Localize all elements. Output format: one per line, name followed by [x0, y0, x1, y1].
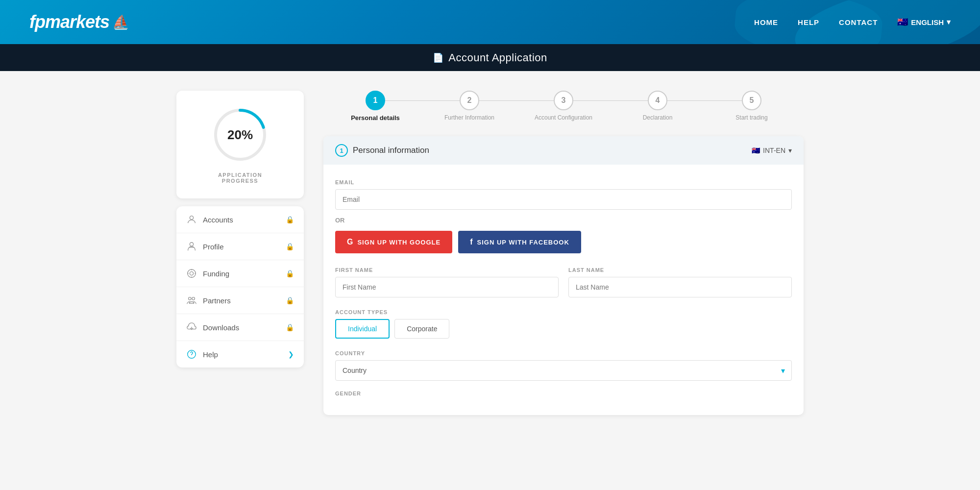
- progress-card: 20% APPLICATIONPROGRESS: [176, 91, 304, 198]
- step-label-1: Personal details: [351, 114, 400, 122]
- nav-home[interactable]: HOME: [754, 18, 778, 26]
- help-label: Help: [203, 350, 282, 359]
- accounts-icon: [186, 214, 197, 225]
- email-field-group: EMAIL: [335, 179, 792, 210]
- logo-icon: ⛵: [112, 14, 129, 30]
- step-2: 2 Further Information: [422, 91, 516, 121]
- form-header-title: Personal information: [353, 146, 429, 155]
- progress-percent: 20%: [227, 127, 253, 143]
- step-label-5: Start trading: [735, 114, 767, 121]
- facebook-icon: f: [470, 238, 473, 246]
- account-type-individual[interactable]: Individual: [335, 319, 390, 339]
- step-circle-3: 3: [554, 91, 573, 110]
- google-icon: G: [347, 238, 353, 246]
- lock-icon: 🔒: [286, 270, 294, 277]
- progress-circle: 20%: [211, 105, 270, 164]
- step-5: 5 Start trading: [705, 91, 799, 121]
- svg-point-6: [190, 271, 193, 275]
- last-name-field-group: LAST NAME: [568, 267, 792, 297]
- page-title: Account Application: [448, 51, 547, 64]
- signup-facebook-button[interactable]: f SIGN UP WITH FACEBOOK: [458, 231, 581, 253]
- step-circle-2: 2: [460, 91, 479, 110]
- sub-header: 📄 Account Application: [0, 44, 980, 71]
- step-4: 4 Declaration: [611, 91, 705, 121]
- social-buttons: G SIGN UP WITH GOOGLE f SIGN UP WITH FAC…: [335, 231, 792, 253]
- sidebar: 20% APPLICATIONPROGRESS Accounts 🔒: [176, 91, 304, 415]
- step-3: 3 Account Configuration: [516, 91, 611, 121]
- document-icon: 📄: [433, 52, 443, 63]
- first-name-label: FIRST NAME: [335, 267, 559, 273]
- name-row: FIRST NAME LAST NAME: [335, 267, 792, 297]
- or-divider: OR: [335, 217, 792, 224]
- first-name-input[interactable]: [335, 277, 559, 297]
- step-label-4: Declaration: [643, 114, 673, 121]
- svg-point-5: [188, 270, 196, 278]
- sidebar-item-help[interactable]: Help ❯: [176, 341, 304, 368]
- sidebar-item-accounts[interactable]: Accounts 🔒: [176, 206, 304, 233]
- country-field-group: COUNTRY Country Australia United States …: [335, 350, 792, 381]
- sidebar-item-partners[interactable]: Partners 🔒: [176, 287, 304, 314]
- nav-contact[interactable]: CONTACT: [839, 18, 878, 26]
- form-lang-label: INT-EN: [763, 147, 785, 154]
- account-types-label: ACCOUNT TYPES: [335, 309, 792, 315]
- gender-label: GENDER: [335, 391, 792, 396]
- progress-label: APPLICATIONPROGRESS: [218, 172, 262, 184]
- main-content: 20% APPLICATIONPROGRESS Accounts 🔒: [147, 71, 833, 435]
- partners-icon: [186, 295, 197, 306]
- language-label: ENGLISH: [911, 18, 944, 26]
- step-circle-4: 4: [648, 91, 667, 110]
- downloads-label: Downloads: [203, 323, 280, 332]
- form-header: 1 Personal information 🇦🇺 INT-EN ▾: [323, 136, 804, 165]
- sidebar-menu: Accounts 🔒 Profile 🔒: [176, 206, 304, 368]
- step-label-3: Account Configuration: [535, 114, 592, 121]
- form-header-left: 1 Personal information: [335, 144, 429, 157]
- sidebar-item-funding[interactable]: Funding 🔒: [176, 260, 304, 287]
- logo[interactable]: fpmarkets ⛵: [29, 12, 129, 32]
- logo-text: fpmarkets: [29, 12, 109, 32]
- lock-icon: 🔒: [286, 216, 294, 223]
- form-flag-icon: 🇦🇺: [752, 147, 760, 154]
- form-step-badge: 1: [335, 144, 348, 157]
- funding-label: Funding: [203, 270, 280, 278]
- funding-icon: [186, 268, 197, 279]
- svg-point-2: [190, 216, 193, 220]
- lock-icon: 🔒: [286, 243, 294, 250]
- first-name-field-group: FIRST NAME: [335, 267, 559, 297]
- language-selector[interactable]: 🇦🇺 ENGLISH ▾: [897, 17, 951, 27]
- step-circle-1: 1: [366, 91, 385, 110]
- lock-icon: 🔒: [286, 323, 294, 331]
- content-area: 1 Personal details 2 Further Information…: [323, 91, 804, 415]
- navigation: HOME HELP CONTACT 🇦🇺 ENGLISH ▾: [754, 17, 951, 27]
- last-name-label: LAST NAME: [568, 267, 792, 273]
- account-types: Individual Corporate: [335, 319, 792, 339]
- profile-icon: [186, 241, 197, 252]
- last-name-input[interactable]: [568, 277, 792, 297]
- sidebar-item-downloads[interactable]: Downloads 🔒: [176, 314, 304, 341]
- partners-label: Partners: [203, 296, 280, 305]
- gender-field-group: GENDER: [335, 391, 792, 396]
- downloads-icon: [186, 322, 197, 333]
- form-body: EMAIL OR G SIGN UP WITH GOOGLE f SIGN UP…: [323, 165, 804, 415]
- help-icon: [186, 349, 197, 360]
- svg-point-8: [192, 297, 195, 300]
- step-1: 1 Personal details: [328, 91, 422, 122]
- email-input[interactable]: [335, 189, 792, 210]
- step-circle-5: 5: [742, 91, 761, 110]
- form-card: 1 Personal information 🇦🇺 INT-EN ▾ EMAIL…: [323, 136, 804, 415]
- chevron-right-icon: ❯: [288, 350, 294, 358]
- accounts-label: Accounts: [203, 216, 280, 224]
- sidebar-item-profile[interactable]: Profile 🔒: [176, 233, 304, 260]
- country-select[interactable]: Country Australia United States United K…: [335, 360, 792, 381]
- step-label-2: Further Information: [444, 114, 494, 121]
- account-type-field-group: ACCOUNT TYPES Individual Corporate: [335, 309, 792, 339]
- lock-icon: 🔒: [286, 296, 294, 304]
- form-language-selector[interactable]: 🇦🇺 INT-EN ▾: [752, 147, 792, 154]
- account-type-corporate[interactable]: Corporate: [394, 319, 449, 339]
- profile-label: Profile: [203, 243, 280, 251]
- chevron-down-icon: ▾: [788, 147, 792, 154]
- signup-google-button[interactable]: G SIGN UP WITH GOOGLE: [335, 231, 452, 253]
- nav-help[interactable]: HELP: [798, 18, 819, 26]
- country-select-wrapper: Country Australia United States United K…: [335, 360, 792, 381]
- svg-point-7: [189, 297, 192, 300]
- country-label: COUNTRY: [335, 350, 792, 356]
